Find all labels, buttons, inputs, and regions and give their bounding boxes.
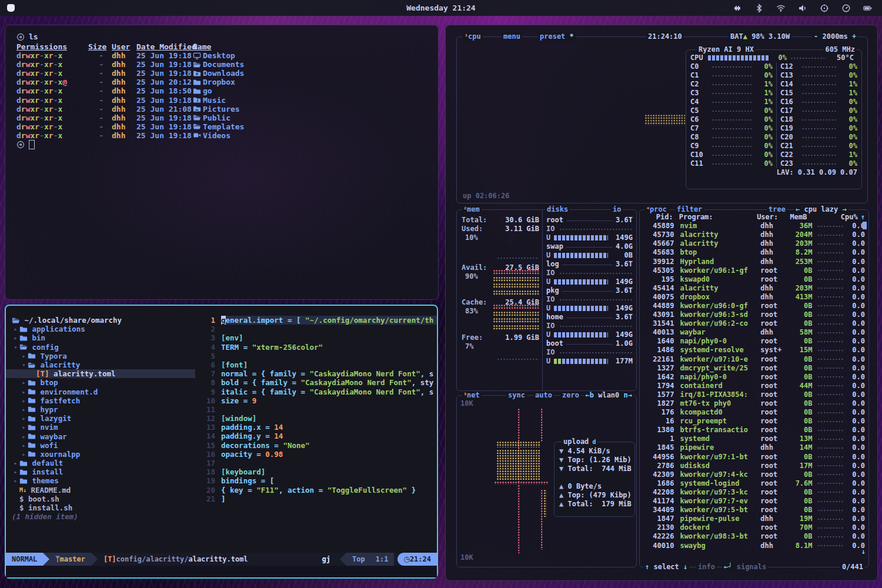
interval-minus-button[interactable]: - bbox=[814, 32, 822, 41]
tree-item-environment.d[interactable]: ▸ environment.d bbox=[6, 387, 195, 396]
btop-window[interactable]: ¹cpumenupreset *21:24:10BAT▲ 98% 3.10W- … bbox=[445, 25, 878, 581]
process-row[interactable]: 44956kworker/u97:1-btroot0B0.0 bbox=[644, 453, 865, 462]
process-row[interactable]: 39912Hyprlanddhh253M0.0 bbox=[644, 257, 865, 266]
tree-item-waybar[interactable]: ▸ waybar bbox=[6, 432, 195, 440]
process-row[interactable]: 43091kworker/u96:3-sdroot0B0.0 bbox=[644, 310, 865, 319]
process-row[interactable]: 1640napi/phy0-0root0B0.0 bbox=[644, 337, 865, 346]
tree-item-config[interactable]: ▾ config bbox=[6, 343, 195, 352]
bluetooth-icon[interactable] bbox=[754, 4, 764, 13]
net-sync-button[interactable]: sync bbox=[506, 391, 527, 400]
tree-item-boot.sh[interactable]: $ boot.sh bbox=[6, 495, 195, 503]
process-row[interactable]: 1380btrfs-transactioroot0B0.0 bbox=[644, 426, 865, 435]
tree-item-bin[interactable]: ▸ bin bbox=[6, 333, 195, 342]
process-row[interactable]: 42309kworker/u97:4-kcroot0B0.0 bbox=[644, 470, 865, 479]
tree-item-install.sh[interactable]: $ install.sh bbox=[6, 503, 195, 512]
net-auto-button[interactable]: auto bbox=[533, 391, 554, 400]
tree-item-applications[interactable]: ▸ applications bbox=[6, 325, 195, 333]
process-row[interactable]: 1642napi/phy0-0root0B0.0 bbox=[644, 373, 865, 382]
iface-prev-button[interactable]: ←b bbox=[586, 391, 599, 400]
terminal-cursor[interactable] bbox=[29, 140, 35, 149]
net-zero-button[interactable]: zero bbox=[560, 391, 581, 400]
terminal-window-ls[interactable]: lsPermissionsSizeUserDate ModifiedNamedr… bbox=[5, 25, 439, 300]
process-row[interactable]: 40013waybardhh58M0.0 bbox=[644, 328, 865, 337]
io-label[interactable]: io bbox=[613, 205, 621, 214]
process-row[interactable]: 1827mt76-tx phy0root0B0.0 bbox=[644, 399, 865, 408]
process-row[interactable]: 1847pipewire-pulsedhh19M0.0 bbox=[644, 514, 865, 523]
shell-prompt-empty[interactable] bbox=[16, 140, 432, 149]
screencast-icon[interactable] bbox=[820, 4, 829, 13]
proc-scrollbar[interactable] bbox=[863, 222, 867, 229]
tree-root[interactable]: ~/.local/share/omarchy bbox=[6, 316, 195, 325]
process-row[interactable]: 45889nvimdhh36M0.0 bbox=[644, 222, 865, 230]
process-row[interactable]: 45414alacrittydhh203M0.0 bbox=[644, 284, 865, 293]
power-profile-icon[interactable] bbox=[841, 4, 851, 13]
process-row[interactable]: 41174kworker/u97:7-evroot0B0.0 bbox=[644, 497, 865, 506]
tab-cpu[interactable]: cpu bbox=[468, 32, 481, 41]
tree-item-nvim[interactable]: ▸ nvim bbox=[6, 423, 195, 432]
tree-item-alacritty.toml[interactable]: [T] alacritty.toml bbox=[6, 369, 195, 378]
process-row[interactable]: 40075dropboxdhh413M0.0 bbox=[644, 293, 865, 302]
process-row[interactable]: 45305kworker/u96:1-gfroot0B0.0 bbox=[644, 266, 865, 275]
indent bbox=[28, 370, 36, 377]
process-row[interactable]: 1794containerdroot44M0.0 bbox=[644, 382, 865, 390]
tree-item-wofi[interactable]: ▸ wofi bbox=[6, 441, 195, 450]
process-row[interactable]: 42208kworker/u97:3-kcroot0B0.0 bbox=[644, 488, 865, 497]
tab-mem[interactable]: mem bbox=[467, 205, 480, 214]
tab-net[interactable]: net bbox=[467, 391, 480, 400]
col-mem[interactable]: MemB bbox=[781, 213, 807, 222]
process-row[interactable]: 1327dmcrypt_write/25root0B0.0 bbox=[644, 364, 865, 373]
editor-pane[interactable]: 123456789101112131415161718192021 genera… bbox=[195, 306, 437, 552]
net-interface-switcher[interactable]: ←b wlan0 n→ bbox=[584, 391, 634, 400]
process-row[interactable]: 176kcompactd0root0B0.0 bbox=[644, 408, 865, 417]
process-row[interactable]: 1845pipewiredhh14M0.0 bbox=[644, 443, 865, 452]
tree-item-themes[interactable]: ▸ themes bbox=[6, 476, 195, 485]
col-program[interactable]: Program: bbox=[679, 213, 757, 222]
col-cpu[interactable]: Cpu% bbox=[841, 213, 861, 222]
process-row[interactable]: 16rcu_preemptroot0B0.0 bbox=[644, 417, 865, 426]
process-row[interactable]: 44889kworker/u96:0-gfroot0B0.0 bbox=[644, 302, 865, 310]
proc-signals-button[interactable]: ←┘ signals bbox=[722, 563, 768, 572]
tree-item-default[interactable]: ▸ default bbox=[6, 459, 195, 467]
tree-item-alacritty[interactable]: ▾ alacritty bbox=[6, 360, 195, 369]
tree-item-xournalpp[interactable]: ▸ xournalpp bbox=[6, 450, 195, 459]
process-row[interactable]: 195kswapd0root0B0.0 bbox=[644, 275, 865, 284]
process-row[interactable]: 31541kworker/u96:2-coroot0B0.0 bbox=[644, 319, 865, 328]
process-row[interactable]: 45730alacrittydhh204M0.0 bbox=[644, 230, 865, 239]
select-down-key[interactable]: ↓ bbox=[679, 563, 687, 572]
process-row[interactable]: 45683btopdhh8.2M0.0 bbox=[644, 248, 865, 257]
process-row[interactable]: 34409kworker/u97:5-btroot0B0.0 bbox=[644, 506, 865, 514]
update-interval-control[interactable]: - 2000ms + bbox=[812, 32, 858, 41]
tree-item-fastfetch[interactable]: ▸ fastfetch bbox=[6, 396, 195, 405]
shell-prompt[interactable]: ls bbox=[16, 32, 432, 42]
process-row[interactable]: 42226kworker/u98:3-btroot0B0.0 bbox=[644, 532, 865, 541]
select-up-key[interactable]: ↑ bbox=[645, 563, 653, 572]
process-row[interactable]: 1486systemd-resolvesyst+15M0.0 bbox=[644, 346, 865, 355]
tree-item-Typora[interactable]: ▸ Typora bbox=[6, 352, 195, 360]
tree-item-lazygit[interactable]: ▸ lazygit bbox=[6, 414, 195, 423]
tree-item-hypr[interactable]: ▸ hypr bbox=[6, 405, 195, 414]
volume-icon[interactable] bbox=[798, 4, 807, 13]
process-row[interactable]: 2130dockerdroot70M0.0 bbox=[644, 523, 865, 532]
updates-icon[interactable] bbox=[733, 4, 742, 13]
process-row[interactable]: 1686systemd-logindroot7.6M0.0 bbox=[644, 479, 865, 488]
menu-button[interactable]: menu bbox=[502, 32, 522, 41]
process-row[interactable]: 45667alacrittydhh203M0.0 bbox=[644, 239, 865, 248]
wifi-icon[interactable] bbox=[776, 4, 786, 13]
process-row[interactable]: 40010swaybgdhh8.1M0.0 bbox=[644, 541, 865, 550]
tree-item-install[interactable]: ▸ install bbox=[6, 467, 195, 476]
col-pid[interactable]: Pid: bbox=[644, 213, 673, 222]
tree-item-README.md[interactable]: M↓ README.md bbox=[6, 486, 195, 495]
process-row[interactable]: 1577irq/81-PIXA3854:root0B0.0 bbox=[644, 390, 865, 399]
process-row[interactable]: 2786udisksdroot17M0.0 bbox=[644, 462, 865, 470]
col-user[interactable]: User: bbox=[757, 213, 781, 222]
tree-item-btop[interactable]: ▸ btop bbox=[6, 378, 195, 387]
process-row[interactable]: 1systemdroot13M0.0 bbox=[644, 435, 865, 443]
proc-select-keys[interactable]: ↑ select ↓ bbox=[643, 563, 689, 572]
neovim-window[interactable]: ~/.local/share/omarchy▸ applications▸ bi… bbox=[5, 305, 438, 579]
interval-plus-button[interactable]: + bbox=[848, 32, 856, 41]
proc-info-button[interactable]: info bbox=[696, 563, 717, 572]
process-row[interactable]: 22161kworker/u97:10-eroot0B0.0 bbox=[644, 355, 865, 364]
preset-button[interactable]: preset * bbox=[538, 32, 576, 41]
battery-icon[interactable] bbox=[863, 4, 873, 13]
iface-next-button[interactable]: n→ bbox=[619, 391, 632, 400]
